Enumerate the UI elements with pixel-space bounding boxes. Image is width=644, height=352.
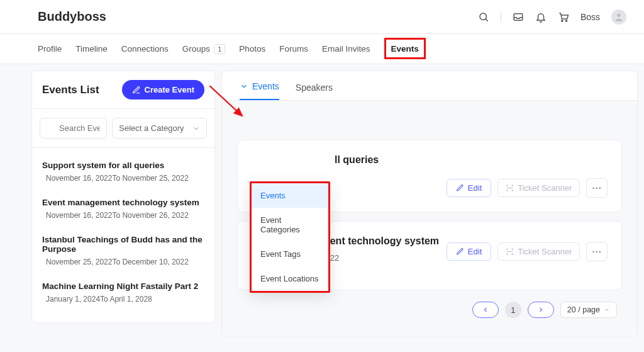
divider: [501, 11, 501, 23]
nav-profile[interactable]: Profile: [38, 44, 62, 54]
username[interactable]: Boss: [580, 12, 600, 22]
nav-forums[interactable]: Forums: [279, 44, 308, 54]
search-input[interactable]: [40, 118, 107, 139]
search-icon[interactable]: [478, 11, 489, 23]
pagination: 1 20 / page: [237, 290, 622, 322]
category-placeholder: Select a Category: [119, 123, 184, 133]
edit-label: Edit: [468, 247, 482, 256]
page-number[interactable]: 1: [505, 302, 521, 318]
svg-point-0: [480, 13, 487, 20]
ticket-scanner-button: Ticket Scanner: [497, 242, 580, 261]
ticket-scanner-button: Ticket Scanner: [497, 179, 580, 197]
svg-line-1: [486, 19, 487, 21]
bell-icon[interactable]: [535, 11, 547, 23]
nav-email-invites[interactable]: Email Invites: [322, 44, 370, 54]
pencil-icon: [456, 247, 464, 256]
more-button[interactable]: ···: [586, 242, 608, 261]
nav-timeline[interactable]: Timeline: [75, 44, 108, 54]
create-event-button[interactable]: Create Event: [122, 80, 204, 99]
nav-connections[interactable]: Connections: [121, 44, 169, 54]
event-title: Machine Learning Night Fastaily Part 2: [42, 281, 204, 291]
event-title: Support system for all queries: [42, 161, 204, 170]
top-bar: Buddyboss Boss: [0, 0, 644, 34]
nav-events[interactable]: Events: [391, 44, 419, 54]
page-size-select[interactable]: 20 / page: [560, 302, 617, 318]
topbar-actions: Boss: [478, 9, 626, 25]
svg-point-4: [565, 20, 567, 21]
ticket-label: Ticket Scanner: [518, 247, 572, 256]
event-dates: November 25, 2022To December 10, 2022: [42, 258, 204, 266]
more-button[interactable]: ···: [586, 178, 608, 198]
sidebar-events: Support system for all queries November …: [32, 148, 214, 322]
page-next-button[interactable]: [528, 302, 554, 318]
tab-events-label: Events: [252, 81, 279, 91]
event-dates: January 1, 2024To April 1, 2028: [42, 295, 204, 304]
profile-nav: Profile Timeline Connections Groups 1 Ph…: [0, 34, 644, 64]
dropdown-item-locations[interactable]: Event Locations: [252, 266, 328, 291]
create-event-label: Create Event: [145, 85, 194, 94]
edit-label: Edit: [468, 183, 482, 193]
nav-groups[interactable]: Groups 1: [182, 44, 225, 54]
dropdown-item-events[interactable]: Events: [252, 183, 328, 208]
list-item[interactable]: Support system for all queries November …: [41, 153, 206, 190]
chevron-right-icon: [537, 306, 545, 314]
edit-button[interactable]: Edit: [447, 179, 491, 197]
chevron-left-icon: [482, 306, 489, 314]
ticket-label: Ticket Scanner: [518, 183, 572, 193]
tab-events[interactable]: Events: [240, 71, 279, 100]
cart-icon[interactable]: [558, 11, 569, 23]
svg-point-3: [562, 20, 563, 21]
category-select[interactable]: Select a Category: [112, 118, 207, 139]
event-title: Istanbul Teachings of Budd has and the P…: [42, 235, 204, 254]
chevron-down-icon: [604, 307, 610, 313]
svg-point-5: [617, 13, 620, 16]
event-title: Event management technology system: [42, 198, 204, 207]
groups-count-badge: 1: [214, 44, 225, 54]
avatar[interactable]: [611, 9, 626, 25]
list-item[interactable]: Machine Learning Night Fastaily Part 2 J…: [41, 274, 206, 311]
scan-icon: [506, 184, 514, 192]
pencil-icon: [456, 184, 464, 192]
page-size-label: 20 / page: [567, 305, 600, 314]
edit-button[interactable]: Edit: [447, 242, 491, 261]
events-list-title: Events List: [42, 84, 99, 96]
page-prev-button[interactable]: [472, 302, 499, 318]
nav-events-highlight: Events: [384, 38, 426, 59]
tab-speakers[interactable]: Speakers: [296, 72, 333, 100]
detail-tabs: Events Speakers: [222, 71, 637, 101]
events-list-panel: Events List Create Event Select a Catego…: [31, 71, 215, 338]
event-dates: November 16, 2022To November 25, 2022: [42, 174, 204, 183]
main-area: Events List Create Event Select a Catego…: [0, 64, 644, 338]
events-detail-panel: Events Speakers Events Event Categories …: [221, 71, 644, 338]
scan-icon: [506, 247, 514, 256]
dropdown-item-tags[interactable]: Event Tags: [252, 242, 328, 266]
brand-logo[interactable]: Buddyboss: [38, 9, 106, 24]
list-item[interactable]: Istanbul Teachings of Budd has and the P…: [41, 227, 206, 274]
inbox-icon[interactable]: [513, 11, 524, 23]
event-dates: November 16, 2022To November 26, 2022: [42, 211, 204, 220]
card-title: ll queries: [335, 154, 608, 166]
list-item[interactable]: Event management technology system Novem…: [41, 190, 206, 227]
chevron-down-icon: [192, 125, 200, 132]
chevron-down-icon: [240, 82, 248, 91]
nav-photos[interactable]: Photos: [239, 44, 265, 54]
dropdown-item-categories[interactable]: Event Categories: [252, 208, 328, 242]
events-type-dropdown: Events Event Categories Event Tags Event…: [250, 181, 330, 293]
